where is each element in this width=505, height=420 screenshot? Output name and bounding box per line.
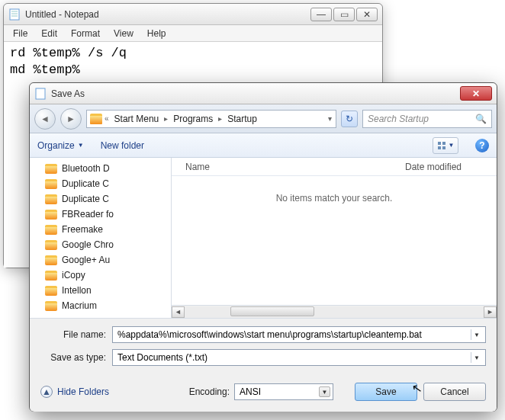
tree-item[interactable]: Google+ Au (45, 252, 171, 268)
chevron-down-icon: ▼ (78, 142, 84, 149)
search-placeholder: Search Startup (368, 114, 429, 124)
tree-item[interactable]: Duplicate C (45, 191, 171, 207)
close-button[interactable]: ✕ (356, 8, 378, 21)
svg-rect-8 (442, 146, 445, 149)
newfolder-button[interactable]: New folder (101, 140, 144, 151)
tree-item[interactable]: Google Chro (45, 237, 171, 252)
saveas-dialog: Save As ✕ ◄ ► « Start Menu▸ Programs▸ St… (29, 82, 497, 412)
crumb-start-menu[interactable]: Start Menu (111, 114, 162, 124)
chevron-down-icon[interactable]: ▼ (471, 329, 482, 340)
filename-label: File name: (40, 329, 112, 340)
savetype-select[interactable]: Text Documents (*.txt) ▼ (112, 349, 486, 366)
svg-rect-7 (438, 146, 441, 149)
organize-button[interactable]: Organize▼ (37, 140, 84, 151)
footer: ▲ Hide Folders Encoding: ANSI ▼ Save Can… (30, 377, 497, 412)
column-date[interactable]: Date modified (405, 162, 497, 172)
tree-item[interactable]: FBReader fo (45, 207, 171, 222)
nav-back-button[interactable]: ◄ (34, 108, 56, 130)
collapse-icon: ▲ (40, 386, 53, 398)
chevron-down-icon[interactable]: ▼ (319, 386, 330, 397)
notepad-title: Untitled - Notepad (25, 9, 99, 20)
view-button[interactable]: ▼ (433, 137, 458, 154)
encoding-label: Encoding: (189, 386, 230, 397)
chevron-down-icon: ▼ (449, 142, 455, 149)
folder-icon (45, 286, 57, 296)
crumb-programs[interactable]: Programs (170, 114, 216, 124)
menu-edit[interactable]: Edit (35, 27, 63, 40)
horizontal-scrollbar[interactable]: ◄ ► (172, 305, 497, 318)
scroll-right-button[interactable]: ► (484, 306, 497, 318)
folder-icon (45, 179, 57, 189)
tree-item[interactable]: Freemake (45, 222, 171, 237)
fields: File name: %appdata%\microsoft\windows\s… (30, 318, 497, 377)
svg-rect-5 (438, 142, 441, 145)
menu-file[interactable]: File (7, 27, 34, 40)
maximize-button[interactable]: ▭ (333, 8, 355, 21)
search-icon: 🔍 (475, 114, 487, 124)
folder-icon (45, 164, 57, 174)
file-list: Name Date modified No items match your s… (172, 158, 497, 318)
saveas-title: Save As (51, 88, 85, 99)
hide-folders-button[interactable]: ▲ Hide Folders (40, 386, 109, 398)
folder-icon (45, 271, 57, 281)
minimize-button[interactable]: — (310, 8, 332, 21)
breadcrumb[interactable]: « Start Menu▸ Programs▸ Startup ▾ (86, 110, 336, 128)
folder-icon (45, 194, 57, 204)
menu-help[interactable]: Help (141, 27, 172, 40)
toolbar: Organize▼ New folder ▼ ? (30, 133, 497, 158)
crumb-startup[interactable]: Startup (224, 114, 260, 124)
saveas-icon (34, 88, 47, 100)
savetype-label: Save as type: (40, 352, 112, 363)
folder-icon (45, 210, 57, 220)
folder-icon (45, 240, 57, 250)
svg-rect-0 (10, 9, 19, 20)
notepad-titlebar[interactable]: Untitled - Notepad — ▭ ✕ (4, 4, 382, 25)
tree-item[interactable]: Bluetooth D (45, 161, 171, 176)
chevron-down-icon[interactable]: ▼ (471, 352, 482, 363)
encoding-select[interactable]: ANSI ▼ (234, 383, 333, 400)
folder-icon (45, 225, 57, 235)
view-icon (437, 141, 446, 150)
filename-input[interactable]: %appdata%\microsoft\windows\start menu\p… (112, 326, 486, 343)
svg-rect-4 (36, 88, 45, 99)
folder-icon (45, 255, 57, 265)
scroll-thumb[interactable] (230, 306, 314, 316)
scroll-left-button[interactable]: ◄ (172, 306, 185, 318)
notepad-menubar: File Edit Format View Help (4, 25, 382, 42)
tree-item[interactable]: Intellon (45, 283, 171, 298)
notepad-icon (8, 8, 21, 21)
nav-row: ◄ ► « Start Menu▸ Programs▸ Startup ▾ ↻ … (30, 104, 497, 133)
menu-view[interactable]: View (108, 27, 140, 40)
svg-rect-6 (442, 142, 445, 145)
column-name[interactable]: Name (172, 162, 405, 172)
refresh-button[interactable]: ↻ (341, 111, 358, 127)
folder-icon (45, 301, 57, 311)
save-button[interactable]: Save (355, 383, 417, 401)
column-headers[interactable]: Name Date modified (172, 158, 497, 176)
folder-icon (90, 114, 102, 124)
search-input[interactable]: Search Startup 🔍 (362, 110, 492, 128)
saveas-titlebar[interactable]: Save As ✕ (30, 83, 497, 104)
help-button[interactable]: ? (475, 139, 489, 152)
menu-format[interactable]: Format (65, 27, 106, 40)
body: Bluetooth D Duplicate C Duplicate C FBRe… (30, 158, 497, 318)
saveas-close-button[interactable]: ✕ (460, 86, 492, 101)
cancel-button[interactable]: Cancel (423, 383, 486, 401)
scroll-track[interactable] (185, 306, 484, 318)
folder-tree[interactable]: Bluetooth D Duplicate C Duplicate C FBRe… (30, 158, 172, 318)
tree-item[interactable]: iCopy (45, 268, 171, 283)
tree-item[interactable]: Macrium (45, 298, 171, 313)
empty-message: No items match your search. (172, 176, 497, 305)
nav-forward-button[interactable]: ► (60, 108, 82, 130)
tree-item[interactable]: Duplicate C (45, 176, 171, 191)
